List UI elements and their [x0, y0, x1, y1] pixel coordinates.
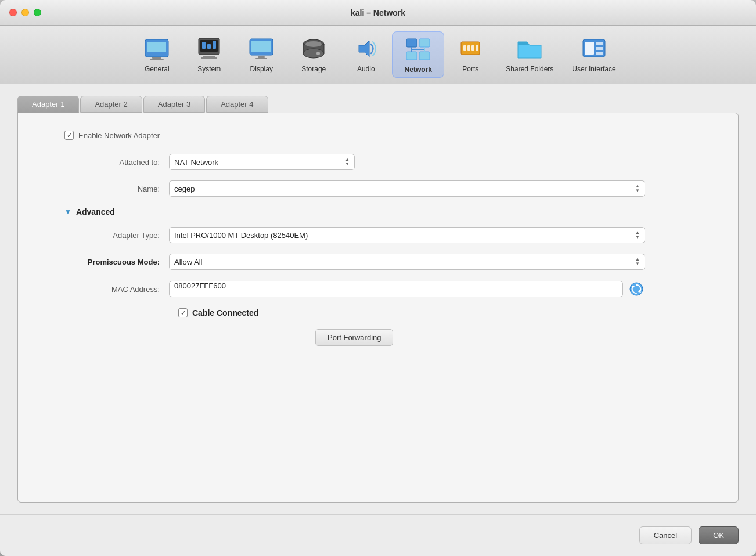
- name-spinner: ▲ ▼: [635, 184, 640, 193]
- main-window: kali – Network General: [0, 0, 756, 556]
- enable-adapter-checkbox[interactable]: ✓: [64, 131, 74, 140]
- ports-icon: [456, 35, 484, 63]
- svg-rect-9: [203, 56, 215, 57]
- tab-adapter4[interactable]: Adapter 4: [206, 96, 268, 113]
- advanced-toggle[interactable]: ▼ Advanced: [41, 207, 715, 216]
- shared-folders-icon: [516, 35, 543, 63]
- cable-connected-checkbox[interactable]: ✓: [178, 308, 188, 317]
- promiscuous-mode-spinner: ▲ ▼: [635, 257, 640, 266]
- close-button[interactable]: [9, 9, 17, 16]
- window-title: kali – Network: [351, 8, 405, 17]
- svg-rect-23: [406, 52, 417, 60]
- svg-rect-10: [201, 57, 217, 59]
- adapter-type-spinner: ▲ ▼: [635, 230, 640, 240]
- tab-adapter1[interactable]: Adapter 1: [17, 96, 79, 113]
- cable-checkmark-icon: ✓: [181, 309, 186, 317]
- general-icon: [143, 35, 171, 63]
- mac-refresh-button[interactable]: [628, 280, 645, 298]
- svg-rect-13: [258, 56, 265, 58]
- name-select[interactable]: cegep ▲ ▼: [169, 180, 645, 197]
- svg-marker-20: [359, 41, 369, 57]
- adapter-type-row: Adapter Type: Intel PRO/1000 MT Desktop …: [41, 227, 715, 243]
- storage-label: Storage: [301, 65, 326, 73]
- adapter-type-control: Intel PRO/1000 MT Desktop (82540EM) ▲ ▼: [169, 227, 645, 243]
- svg-rect-14: [255, 58, 267, 59]
- tab-adapter3[interactable]: Adapter 3: [143, 96, 205, 113]
- svg-rect-1: [147, 42, 166, 52]
- attached-to-control: NAT Network ▲ ▼: [169, 154, 645, 170]
- name-value: cegep: [174, 185, 632, 193]
- attached-to-row: Attached to: NAT Network ▲ ▼: [41, 154, 715, 170]
- svg-rect-34: [585, 42, 594, 55]
- adapter-type-label: Adapter Type:: [41, 231, 169, 240]
- attached-to-value: NAT Network: [174, 158, 218, 167]
- advanced-label: Advanced: [76, 207, 115, 216]
- mac-address-value: 080027FFF600: [174, 281, 226, 290]
- network-label: Network: [405, 66, 432, 74]
- svg-rect-7: [207, 44, 211, 49]
- promiscuous-mode-label: Promiscuous Mode:: [41, 258, 169, 266]
- title-bar: kali – Network: [0, 0, 756, 26]
- svg-rect-30: [467, 45, 470, 51]
- promiscuous-mode-value: Allow All: [174, 258, 202, 266]
- cable-connected-label: Cable Connected: [192, 308, 258, 317]
- adapter-type-select[interactable]: Intel PRO/1000 MT Desktop (82540EM) ▲ ▼: [169, 227, 645, 243]
- promiscuous-mode-row: Promiscuous Mode: Allow All ▲ ▼: [41, 254, 715, 270]
- audio-label: Audio: [357, 65, 375, 73]
- svg-rect-21: [406, 39, 417, 47]
- toolbar-item-general[interactable]: General: [131, 31, 183, 78]
- network-icon: [404, 35, 432, 63]
- audio-icon: [352, 35, 380, 63]
- svg-rect-22: [419, 39, 430, 47]
- svg-rect-29: [463, 45, 466, 51]
- name-label: Name:: [41, 185, 169, 193]
- mac-address-input[interactable]: 080027FFF600: [169, 281, 623, 297]
- port-forwarding-button[interactable]: Port Forwarding: [315, 329, 393, 346]
- toolbar-item-display[interactable]: Display: [235, 31, 287, 78]
- svg-point-19: [316, 52, 320, 55]
- storage-icon: [300, 35, 327, 63]
- shared-folders-label: Shared Folders: [506, 65, 553, 73]
- system-icon: [195, 35, 223, 63]
- name-control: cegep ▲ ▼: [169, 180, 645, 197]
- content-area: Adapter 1 Adapter 2 Adapter 3 Adapter 4 …: [0, 84, 756, 514]
- toolbar-item-storage[interactable]: Storage: [287, 31, 340, 78]
- toolbar-item-system[interactable]: System: [183, 31, 235, 78]
- minimize-button[interactable]: [21, 9, 29, 16]
- ports-label: Ports: [462, 65, 478, 73]
- toolbar-item-network[interactable]: Network: [392, 31, 444, 78]
- toolbar-item-ports[interactable]: Ports: [444, 31, 496, 78]
- checkmark-icon: ✓: [67, 132, 72, 139]
- refresh-icon: [629, 281, 644, 297]
- svg-rect-36: [596, 47, 603, 50]
- mac-address-label: MAC Address:: [41, 285, 169, 294]
- svg-rect-12: [251, 41, 271, 52]
- user-interface-icon: [580, 35, 608, 63]
- svg-rect-6: [202, 42, 206, 49]
- toolbar-item-user-interface[interactable]: User Interface: [563, 31, 625, 78]
- user-interface-label: User Interface: [572, 65, 615, 73]
- ok-button[interactable]: OK: [699, 526, 739, 544]
- promiscuous-mode-select[interactable]: Allow All ▲ ▼: [169, 254, 645, 270]
- tab-adapter2[interactable]: Adapter 2: [80, 96, 142, 113]
- svg-rect-31: [471, 45, 474, 51]
- svg-rect-8: [213, 41, 216, 49]
- attached-to-spinner: ▲ ▼: [345, 157, 350, 167]
- general-label: General: [145, 65, 170, 73]
- toolbar-item-audio[interactable]: Audio: [340, 31, 392, 78]
- svg-rect-32: [476, 45, 478, 51]
- toolbar-item-shared-folders[interactable]: Shared Folders: [496, 31, 563, 78]
- port-forwarding-row: Port Forwarding: [41, 329, 715, 346]
- attached-to-select[interactable]: NAT Network ▲ ▼: [169, 154, 355, 170]
- maximize-button[interactable]: [34, 9, 41, 16]
- system-label: System: [197, 65, 221, 73]
- toolbar: General System: [0, 26, 756, 84]
- traffic-lights: [9, 9, 41, 16]
- name-row: Name: cegep ▲ ▼: [41, 180, 715, 197]
- enable-adapter-row: ✓ Enable Network Adapter: [41, 131, 715, 140]
- adapter-type-value: Intel PRO/1000 MT Desktop (82540EM): [174, 231, 308, 240]
- svg-rect-24: [419, 52, 430, 60]
- svg-point-17: [303, 49, 324, 58]
- cancel-button[interactable]: Cancel: [639, 526, 692, 544]
- mac-address-row: MAC Address: 080027FFF600: [41, 280, 715, 298]
